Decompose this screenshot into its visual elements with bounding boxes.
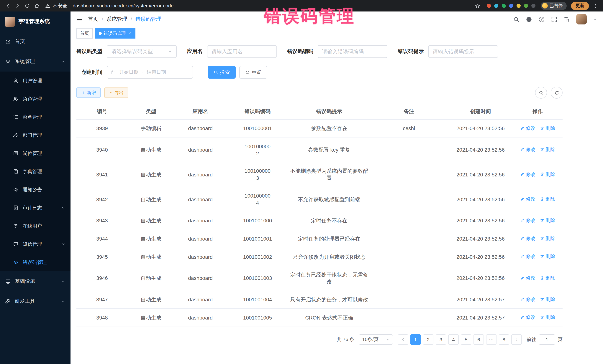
sidebar-item-12[interactable]: 短信管理 — [0, 235, 70, 253]
fullscreen-button[interactable] — [551, 16, 557, 22]
breadcrumb-item[interactable]: 首页 — [88, 16, 98, 22]
edit-link[interactable]: 修改 — [520, 275, 535, 281]
sidebar-item-4[interactable]: 角色管理 — [0, 90, 70, 108]
edit-link[interactable]: 修改 — [520, 171, 535, 177]
sidebar-item-3[interactable]: 用户管理 — [0, 72, 70, 90]
column-header: 应用名 — [174, 104, 226, 120]
delete-link[interactable]: 删除 — [540, 196, 555, 202]
cell-app: dashboard — [174, 138, 226, 162]
delete-icon — [540, 276, 544, 280]
edit-link[interactable]: 修改 — [520, 146, 535, 153]
delete-link[interactable]: 删除 — [540, 314, 555, 321]
browser-update-button[interactable]: 更新 — [571, 2, 589, 10]
edit-link[interactable]: 修改 — [520, 125, 535, 132]
cell-app: dashboard — [174, 120, 226, 138]
date-range-picker[interactable]: 开始日期 - 结束日期 — [107, 66, 193, 78]
avatar-caret-button[interactable] — [593, 17, 597, 21]
page-button[interactable]: 1 — [410, 334, 421, 345]
github-link[interactable] — [526, 16, 532, 22]
edit-link[interactable]: 修改 — [520, 235, 535, 242]
toggle-search-button[interactable] — [535, 87, 547, 99]
cell-time: 2021-04-20 23:52:56 — [448, 230, 513, 248]
page-button[interactable]: 8 — [499, 334, 509, 345]
infra-icon — [5, 278, 11, 284]
font-size-button[interactable] — [564, 16, 570, 22]
breadcrumb-item[interactable]: 系统管理 — [106, 16, 127, 22]
delete-link[interactable]: 删除 — [540, 171, 555, 177]
sidebar-item-6[interactable]: 部门管理 — [0, 126, 70, 144]
page-button[interactable]: 6 — [474, 334, 484, 345]
download-icon — [109, 91, 113, 95]
extension-icon[interactable] — [502, 4, 506, 8]
home-button[interactable] — [33, 2, 41, 10]
filter-input[interactable] — [207, 45, 277, 58]
docs-button[interactable] — [538, 16, 545, 22]
extension-icon[interactable] — [487, 4, 491, 8]
error-code-icon — [13, 259, 19, 265]
page-button[interactable]: 2 — [423, 334, 433, 345]
sidebar-item-13[interactable]: 错误码管理 — [0, 253, 70, 271]
export-button[interactable]: 导出 — [104, 88, 128, 98]
cell-message: 参数配置不存在 — [289, 120, 370, 138]
filter-select[interactable]: 请选择错误码类型 — [107, 45, 177, 58]
edit-link[interactable]: 修改 — [520, 296, 535, 303]
delete-link[interactable]: 删除 — [540, 146, 555, 153]
filter-input[interactable] — [318, 45, 387, 58]
delete-link[interactable]: 删除 — [540, 217, 555, 224]
delete-link[interactable]: 删除 — [540, 275, 555, 281]
app-logo[interactable]: 芋道管理系统 — [0, 11, 70, 32]
extension-icon[interactable] — [494, 4, 498, 8]
refresh-table-button[interactable] — [551, 87, 563, 99]
tab-active[interactable]: 错误码管理 — [95, 28, 135, 39]
edit-link[interactable]: 修改 — [520, 253, 535, 260]
sidebar-item-1[interactable]: 首页 — [0, 32, 70, 52]
sidebar-item-15[interactable]: 研发工具 — [0, 291, 70, 311]
delete-link[interactable]: 删除 — [540, 125, 555, 132]
goto-page-input[interactable] — [539, 334, 555, 345]
extension-icon[interactable] — [524, 4, 528, 8]
add-button[interactable]: 新增 — [76, 88, 101, 98]
edit-link[interactable]: 修改 — [520, 196, 535, 202]
plus-icon — [81, 91, 85, 95]
extension-icon[interactable] — [509, 4, 513, 8]
filter-input[interactable] — [428, 45, 498, 58]
header-search-button[interactable] — [513, 16, 520, 22]
extension-icon[interactable] — [517, 4, 521, 8]
sidebar-item-8[interactable]: 字典管理 — [0, 162, 70, 180]
page-button[interactable]: 4 — [448, 334, 459, 345]
page-button[interactable]: 5 — [461, 334, 471, 345]
sidebar-item-10[interactable]: 审计日志 — [0, 199, 70, 217]
cell-actions: 修改删除 — [513, 138, 563, 162]
delete-link[interactable]: 删除 — [540, 253, 555, 260]
tab-item[interactable]: 首页 — [76, 28, 93, 39]
tab-close-button[interactable] — [128, 32, 132, 35]
edit-link[interactable]: 修改 — [520, 217, 535, 224]
sidebar-item-14[interactable]: 基础设施 — [0, 271, 70, 291]
page-size-select[interactable]: 10条/页 — [359, 334, 393, 345]
profile-paused-badge[interactable]: 已暂停 — [541, 2, 567, 10]
next-page-button[interactable] — [511, 334, 522, 345]
browser-menu-button[interactable] — [592, 2, 599, 10]
extension-icon[interactable] — [531, 4, 535, 8]
delete-link[interactable]: 删除 — [540, 235, 555, 242]
back-icon — [5, 3, 11, 9]
sidebar-item-7[interactable]: 岗位管理 — [0, 144, 70, 162]
sidebar-item-11[interactable]: 在线用户 — [0, 217, 70, 235]
sidebar-toggle-button[interactable] — [76, 16, 83, 22]
delete-link[interactable]: 删除 — [540, 296, 555, 303]
page-ellipsis[interactable]: ⋯ — [486, 334, 497, 345]
forward-button[interactable] — [13, 2, 22, 10]
address-bar[interactable]: 不安全 dashboard.yudao.iocoder.cn/system/er… — [45, 2, 174, 9]
reload-button[interactable] — [23, 2, 31, 10]
back-button[interactable] — [4, 2, 12, 10]
page-button[interactable]: 3 — [436, 334, 446, 345]
avatar[interactable] — [576, 14, 587, 24]
edit-link[interactable]: 修改 — [520, 314, 535, 321]
reset-button[interactable]: 重置 — [239, 66, 267, 78]
prev-page-button[interactable] — [398, 334, 408, 345]
sidebar-item-9[interactable]: 通知公告 — [0, 180, 70, 199]
search-button[interactable]: 搜索 — [208, 66, 236, 78]
bookmark-star-button[interactable] — [474, 2, 482, 10]
sidebar-item-5[interactable]: 菜单管理 — [0, 108, 70, 126]
sidebar-item-2[interactable]: 系统管理 — [0, 52, 70, 72]
